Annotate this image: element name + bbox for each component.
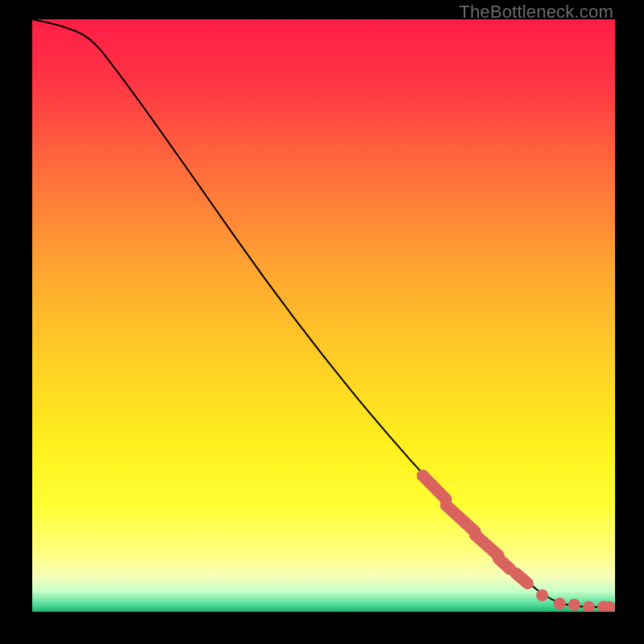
chart-svg bbox=[32, 19, 615, 612]
chart-container: TheBottleneck.com bbox=[0, 0, 644, 644]
marker-point bbox=[568, 599, 580, 611]
marker-segment bbox=[498, 559, 510, 569]
plot-area bbox=[32, 19, 615, 612]
marker-segment bbox=[516, 573, 527, 584]
marker-point bbox=[536, 589, 548, 601]
heat-gradient-bg bbox=[32, 19, 615, 612]
marker-point bbox=[554, 597, 566, 609]
